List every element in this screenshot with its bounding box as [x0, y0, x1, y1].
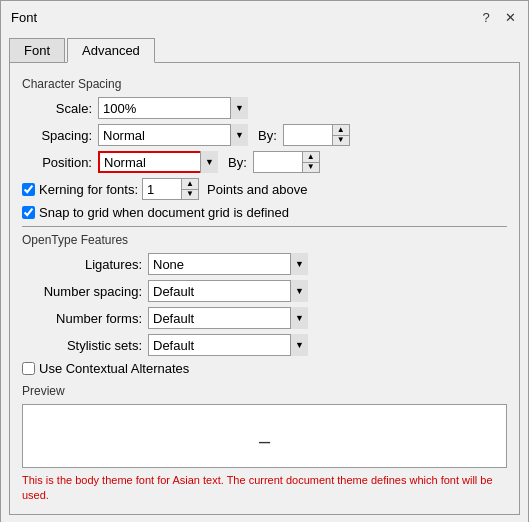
- close-button[interactable]: ✕: [500, 7, 520, 27]
- snap-grid-label: Snap to grid when document grid is defin…: [39, 205, 289, 220]
- spacing-select-wrapper: Normal ▼: [98, 124, 248, 146]
- title-bar-left: Font: [11, 10, 37, 25]
- title-bar-right: ? ✕: [476, 7, 520, 27]
- opentype-section: OpenType Features Ligatures: None ▼ Numb…: [22, 233, 507, 376]
- position-by-spinner-buttons: ▲ ▼: [303, 151, 320, 173]
- stylistic-sets-select-wrapper: Default ▼: [148, 334, 308, 356]
- position-by-input[interactable]: [253, 151, 303, 173]
- position-select-wrapper: Normal ▼: [98, 151, 218, 173]
- position-by-down[interactable]: ▼: [303, 162, 319, 173]
- spacing-by-input[interactable]: [283, 124, 333, 146]
- contextual-label: Use Contextual Alternates: [39, 361, 189, 376]
- spacing-label: Spacing:: [22, 128, 92, 143]
- content-area: Character Spacing Scale: 100% ▼ Spacing:…: [9, 62, 520, 515]
- kerning-points: Points and above: [207, 182, 307, 197]
- kerning-down[interactable]: ▼: [182, 189, 198, 200]
- snap-grid-row: Snap to grid when document grid is defin…: [22, 205, 507, 220]
- preview-dash: –: [259, 430, 270, 453]
- scale-row: Scale: 100% ▼: [22, 97, 507, 119]
- position-by-label: By:: [228, 155, 247, 170]
- contextual-checkbox[interactable]: [22, 362, 35, 375]
- character-spacing-label: Character Spacing: [22, 77, 507, 91]
- preview-box: –: [22, 404, 507, 468]
- help-button[interactable]: ?: [476, 7, 496, 27]
- tab-font[interactable]: Font: [9, 38, 65, 63]
- kerning-label: Kerning for fonts:: [39, 182, 138, 197]
- number-spacing-row: Number spacing: Default ▼: [22, 280, 507, 302]
- preview-label: Preview: [22, 384, 507, 398]
- ligatures-row: Ligatures: None ▼: [22, 253, 507, 275]
- position-by-up[interactable]: ▲: [303, 152, 319, 162]
- number-spacing-select[interactable]: Default: [148, 280, 308, 302]
- preview-section: Preview – This is the body theme font fo…: [22, 384, 507, 504]
- position-row: Position: Normal ▼ By: ▲ ▼: [22, 151, 507, 173]
- contextual-row: Use Contextual Alternates: [22, 361, 507, 376]
- ligatures-label: Ligatures:: [22, 257, 142, 272]
- number-spacing-label: Number spacing:: [22, 284, 142, 299]
- tab-advanced[interactable]: Advanced: [67, 38, 155, 63]
- scale-select[interactable]: 100%: [98, 97, 248, 119]
- kerning-spinner-buttons: ▲ ▼: [182, 178, 199, 200]
- kerning-up[interactable]: ▲: [182, 179, 198, 189]
- spacing-by-up[interactable]: ▲: [333, 125, 349, 135]
- scale-label: Scale:: [22, 101, 92, 116]
- spacing-select[interactable]: Normal: [98, 124, 248, 146]
- kerning-input[interactable]: [142, 178, 182, 200]
- number-spacing-select-wrapper: Default ▼: [148, 280, 308, 302]
- kerning-spinner: ▲ ▼: [142, 178, 199, 200]
- preview-info: This is the body theme font for Asian te…: [22, 473, 507, 504]
- font-dialog: Font ? ✕ Font Advanced Character Spacing…: [0, 0, 529, 522]
- opentype-section-label: OpenType Features: [22, 233, 507, 247]
- kerning-row: Kerning for fonts: ▲ ▼ Points and above: [22, 178, 507, 200]
- spacing-by-label: By:: [258, 128, 277, 143]
- position-by-spinner: ▲ ▼: [253, 151, 320, 173]
- ligatures-select[interactable]: None: [148, 253, 308, 275]
- spacing-by-down[interactable]: ▼: [333, 135, 349, 146]
- position-label: Position:: [22, 155, 92, 170]
- number-forms-select[interactable]: Default: [148, 307, 308, 329]
- scale-select-wrapper: 100% ▼: [98, 97, 248, 119]
- dialog-title: Font: [11, 10, 37, 25]
- number-forms-row: Number forms: Default ▼: [22, 307, 507, 329]
- ligatures-select-wrapper: None ▼: [148, 253, 308, 275]
- tabs: Font Advanced: [1, 31, 528, 62]
- position-select[interactable]: Normal: [98, 151, 218, 173]
- spacing-by-spinner-buttons: ▲ ▼: [333, 124, 350, 146]
- snap-grid-checkbox[interactable]: [22, 206, 35, 219]
- number-forms-select-wrapper: Default ▼: [148, 307, 308, 329]
- stylistic-sets-select[interactable]: Default: [148, 334, 308, 356]
- spacing-by-spinner: ▲ ▼: [283, 124, 350, 146]
- spacing-row: Spacing: Normal ▼ By: ▲ ▼: [22, 124, 507, 146]
- kerning-checkbox[interactable]: [22, 183, 35, 196]
- divider: [22, 226, 507, 227]
- stylistic-sets-row: Stylistic sets: Default ▼: [22, 334, 507, 356]
- number-forms-label: Number forms:: [22, 311, 142, 326]
- stylistic-sets-label: Stylistic sets:: [22, 338, 142, 353]
- title-bar: Font ? ✕: [1, 1, 528, 31]
